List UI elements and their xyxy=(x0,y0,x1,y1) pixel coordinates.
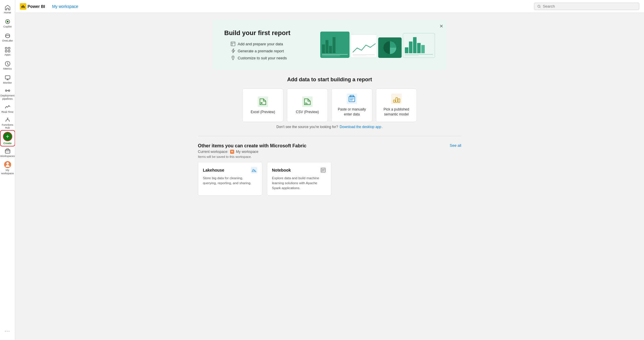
hero-feature-2: Generate a premade report xyxy=(224,49,290,53)
lakehouse-icon xyxy=(251,167,257,173)
pin-icon xyxy=(231,56,235,60)
hero-text: Build your first report Add and prepare … xyxy=(224,29,290,60)
lakehouse-card-header: Lakehouse xyxy=(203,167,257,173)
fabric-section: Other items you can create with Microsof… xyxy=(198,136,461,196)
create-icon: + xyxy=(3,132,12,141)
svg-rect-13 xyxy=(231,42,235,46)
datasource-card-semantic[interactable]: Pick a published semantic model xyxy=(376,89,417,122)
notebook-card-header: Notebook xyxy=(272,167,326,173)
semantic-icon xyxy=(391,94,402,104)
hero-title: Build your first report xyxy=(224,29,290,37)
powerbi-logo: Power BI xyxy=(20,3,45,10)
app-logo: Power BI xyxy=(20,3,45,10)
sidebar-item-realtime[interactable]: Real-Time xyxy=(1,102,15,116)
svg-rect-7 xyxy=(5,76,10,79)
sidebar-item-copilot[interactable]: Copilot xyxy=(1,16,15,30)
svg-rect-26 xyxy=(251,167,257,173)
workspace-icon: M xyxy=(230,150,234,154)
svg-point-8 xyxy=(5,90,7,92)
datasource-card-csv[interactable]: CSV (Preview) xyxy=(287,89,328,122)
excel-label: Excel (Preview) xyxy=(251,110,275,114)
svg-point-16 xyxy=(233,57,234,58)
lightning-icon xyxy=(231,49,235,53)
sidebar-item-apps[interactable]: Apps xyxy=(1,44,15,58)
workspace-breadcrumb[interactable]: My workspace xyxy=(52,4,78,9)
svg-rect-6 xyxy=(8,50,10,52)
svg-rect-19 xyxy=(302,96,313,107)
powerbi-logo-icon xyxy=(20,3,26,10)
fabric-title: Other items you can create with Microsof… xyxy=(198,143,306,149)
fabric-header: Other items you can create with Microsof… xyxy=(198,143,461,158)
lakehouse-title: Lakehouse xyxy=(203,168,224,172)
notebook-desc: Explore data and build machine learning … xyxy=(272,176,326,191)
fabric-card-lakehouse[interactable]: Lakehouse Store big data for cleaning, q… xyxy=(198,162,262,196)
svg-point-2 xyxy=(6,35,10,38)
hero-illustration xyxy=(320,32,435,58)
svg-point-1 xyxy=(7,21,8,23)
excel-icon xyxy=(258,96,268,107)
main-container: Power BI My workspace ✕ Build your first… xyxy=(15,0,644,340)
fabric-workspace: Current workspace: M My workspace xyxy=(198,150,306,154)
search-icon xyxy=(537,4,541,8)
fabric-cards: Lakehouse Store big data for cleaning, q… xyxy=(198,162,461,196)
datasource-cards-row: Excel (Preview) CSV (Preview) xyxy=(27,89,632,122)
sidebar-more[interactable]: ... xyxy=(1,324,15,338)
see-all-link[interactable]: See all xyxy=(450,143,461,148)
sidebar-item-functions[interactable]: Functions Hub xyxy=(1,116,15,131)
sidebar-item-monitor[interactable]: Monitor xyxy=(1,73,15,87)
lakehouse-desc: Store big data for cleaning, querying, r… xyxy=(203,176,257,186)
hero-card: ✕ Build your first report Add and prepar… xyxy=(213,20,447,70)
svg-point-9 xyxy=(8,90,10,92)
sidebar-item-onelake[interactable]: OneLake xyxy=(1,30,15,44)
csv-label: CSV (Preview) xyxy=(296,110,319,114)
paste-icon xyxy=(347,94,357,104)
line-chart-icon xyxy=(353,42,376,54)
main-content: ✕ Build your first report Add and prepar… xyxy=(15,13,644,340)
paste-label: Paste or manually enter data xyxy=(335,107,369,117)
sidebar-item-metrics[interactable]: Metrics xyxy=(1,58,15,73)
svg-rect-18 xyxy=(258,96,268,107)
download-desktop-link[interactable]: Download the desktop app xyxy=(340,125,381,129)
fabric-saved-label: Items will be saved to this workspace. xyxy=(198,155,306,158)
csv-icon xyxy=(302,96,313,107)
sidebar-item-home[interactable]: Home xyxy=(1,2,15,16)
datasource-card-excel[interactable]: Excel (Preview) xyxy=(242,89,283,122)
semantic-label: Pick a published semantic model xyxy=(380,107,413,117)
datasource-title: Add data to start building a report xyxy=(27,77,632,83)
notebook-icon xyxy=(320,167,326,173)
notebook-title: Notebook xyxy=(272,168,291,172)
missing-source-text: Don't see the source you're looking for?… xyxy=(27,125,632,129)
pie-chart-icon xyxy=(383,40,397,55)
sidebar-item-deployment[interactable]: Deployment pipelines xyxy=(1,87,15,102)
sidebar-item-myworkspace[interactable]: My workspace xyxy=(1,160,15,176)
sidebar-item-workspaces[interactable]: Workspaces xyxy=(1,146,15,160)
search-box[interactable] xyxy=(534,3,639,10)
datasource-section: Add data to start building a report Exce… xyxy=(27,77,632,129)
svg-rect-3 xyxy=(5,47,7,49)
search-input[interactable] xyxy=(543,4,636,8)
fabric-header-left: Other items you can create with Microsof… xyxy=(198,143,306,158)
hero-close-button[interactable]: ✕ xyxy=(439,23,443,29)
sidebar: Home Copilot OneLake Apps Metrics xyxy=(0,0,15,340)
fabric-card-notebook[interactable]: Notebook Explore data and build machine … xyxy=(267,162,331,196)
hero-feature-3: Customize to suit your needs xyxy=(224,56,290,60)
svg-rect-4 xyxy=(8,47,10,49)
sidebar-item-create[interactable]: + Create xyxy=(1,131,15,146)
topbar: Power BI My workspace xyxy=(15,0,644,13)
svg-rect-10 xyxy=(5,150,10,153)
table-icon xyxy=(231,42,235,46)
svg-rect-5 xyxy=(5,50,7,52)
hero-feature-1: Add and prepare your data xyxy=(224,42,290,46)
hero-features: Add and prepare your data Generate a pre… xyxy=(224,42,290,60)
datasource-card-paste[interactable]: Paste or manually enter data xyxy=(331,89,372,122)
